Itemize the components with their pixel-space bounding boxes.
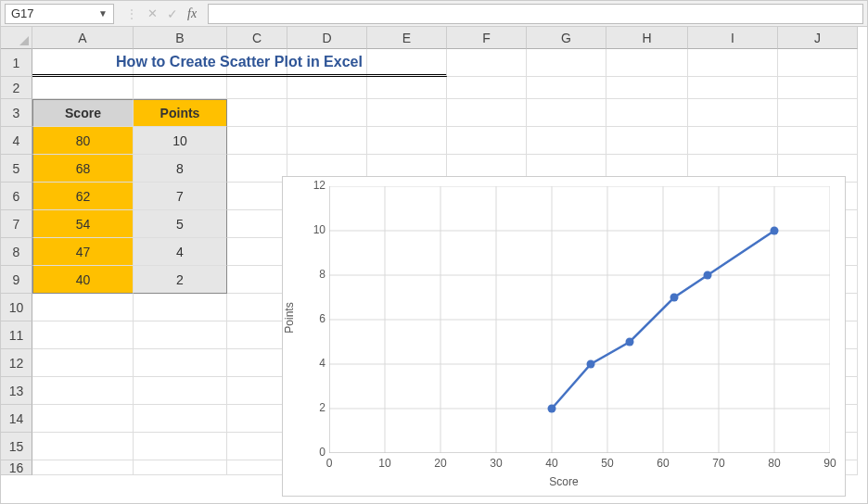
cell-D4[interactable]	[287, 127, 367, 155]
cell-B10[interactable]	[134, 294, 227, 321]
cell-I4[interactable]	[688, 127, 778, 155]
table-row-1-points[interactable]: 8	[134, 155, 227, 183]
cell-C11[interactable]	[227, 321, 287, 349]
cell-B2[interactable]	[134, 77, 227, 99]
cell-G2[interactable]	[527, 77, 606, 99]
cell-F3[interactable]	[447, 99, 527, 127]
column-header-G[interactable]: G	[527, 27, 606, 49]
cell-H2[interactable]	[606, 77, 688, 99]
column-header-J[interactable]: J	[778, 27, 858, 49]
scatter-chart[interactable]: Points Score 010203040506070809002468101…	[282, 176, 846, 497]
cell-F1[interactable]	[447, 49, 527, 77]
column-header-I[interactable]: I	[688, 27, 778, 49]
table-row-4-score[interactable]: 47	[32, 238, 134, 266]
cell-H1[interactable]	[606, 49, 688, 77]
table-row-2-points[interactable]: 7	[134, 183, 227, 210]
column-header-C[interactable]: C	[227, 27, 287, 49]
fx-icon[interactable]: fx	[187, 6, 197, 21]
chevron-down-icon[interactable]: ▼	[98, 8, 108, 19]
cell-E4[interactable]	[367, 127, 447, 155]
cell-J3[interactable]	[778, 99, 858, 127]
cell-C4[interactable]	[227, 127, 287, 155]
cell-A16[interactable]	[32, 460, 134, 475]
cell-C14[interactable]	[227, 405, 287, 433]
cell-C2[interactable]	[227, 77, 287, 99]
row-header-13[interactable]: 13	[1, 377, 32, 405]
row-header-14[interactable]: 14	[1, 405, 32, 433]
table-header-score[interactable]: Score	[32, 99, 134, 127]
column-header-A[interactable]: A	[32, 27, 134, 49]
cell-I3[interactable]	[688, 99, 778, 127]
column-header-D[interactable]: D	[287, 27, 367, 49]
column-header-F[interactable]: F	[447, 27, 527, 49]
table-row-5-score[interactable]: 40	[32, 266, 134, 294]
cell-J4[interactable]	[778, 127, 858, 155]
row-header-5[interactable]: 5	[1, 155, 32, 183]
cell-G3[interactable]	[527, 99, 606, 127]
row-header-12[interactable]: 12	[1, 349, 32, 377]
cell-G1[interactable]	[527, 49, 606, 77]
table-row-2-score[interactable]: 62	[32, 183, 134, 210]
cell-E2[interactable]	[367, 77, 447, 99]
row-header-11[interactable]: 11	[1, 321, 32, 349]
row-header-7[interactable]: 7	[1, 210, 32, 238]
table-header-points[interactable]: Points	[134, 99, 227, 127]
cell-A10[interactable]	[32, 294, 134, 321]
row-header-15[interactable]: 15	[1, 433, 32, 460]
cell-I2[interactable]	[688, 77, 778, 99]
cell-C8[interactable]	[227, 238, 287, 266]
table-row-5-points[interactable]: 2	[134, 266, 227, 294]
cell-B16[interactable]	[134, 460, 227, 475]
cell-C3[interactable]	[227, 99, 287, 127]
table-row-0-points[interactable]: 10	[134, 127, 227, 155]
table-row-3-points[interactable]: 5	[134, 210, 227, 238]
cell-D2[interactable]	[287, 77, 367, 99]
cell-H4[interactable]	[606, 127, 688, 155]
cell-C16[interactable]	[227, 460, 287, 475]
cell-C12[interactable]	[227, 349, 287, 377]
cell-C5[interactable]	[227, 155, 287, 183]
row-header-16[interactable]: 16	[1, 460, 32, 475]
cell-A12[interactable]	[32, 349, 134, 377]
cell-F2[interactable]	[447, 77, 527, 99]
select-all-corner[interactable]	[1, 27, 32, 49]
cell-J1[interactable]	[778, 49, 858, 77]
cell-B13[interactable]	[134, 377, 227, 405]
table-row-4-points[interactable]: 4	[134, 238, 227, 266]
formula-input[interactable]	[208, 4, 863, 24]
cell-A13[interactable]	[32, 377, 134, 405]
table-row-0-score[interactable]: 80	[32, 127, 134, 155]
cell-A15[interactable]	[32, 433, 134, 460]
cell-A2[interactable]	[32, 77, 134, 99]
row-header-2[interactable]: 2	[1, 77, 32, 99]
cell-H3[interactable]	[606, 99, 688, 127]
name-box[interactable]: G17 ▼	[5, 4, 114, 24]
column-header-B[interactable]: B	[134, 27, 227, 49]
cell-B12[interactable]	[134, 349, 227, 377]
cell-C13[interactable]	[227, 377, 287, 405]
cell-J2[interactable]	[778, 77, 858, 99]
cell-C9[interactable]	[227, 266, 287, 294]
row-header-10[interactable]: 10	[1, 294, 32, 321]
cell-G4[interactable]	[527, 127, 606, 155]
row-header-8[interactable]: 8	[1, 238, 32, 266]
cell-D3[interactable]	[287, 99, 367, 127]
title-cell[interactable]: How to Create Scatter Plot in Excel	[32, 49, 447, 77]
cell-C10[interactable]	[227, 294, 287, 321]
cell-B14[interactable]	[134, 405, 227, 433]
row-header-4[interactable]: 4	[1, 127, 32, 155]
cell-B11[interactable]	[134, 321, 227, 349]
cell-I1[interactable]	[688, 49, 778, 77]
row-header-3[interactable]: 3	[1, 99, 32, 127]
row-header-1[interactable]: 1	[1, 49, 32, 77]
cell-C15[interactable]	[227, 433, 287, 460]
cell-A11[interactable]	[32, 321, 134, 349]
column-header-H[interactable]: H	[606, 27, 688, 49]
cell-E3[interactable]	[367, 99, 447, 127]
cell-B15[interactable]	[134, 433, 227, 460]
row-header-6[interactable]: 6	[1, 183, 32, 210]
cell-C6[interactable]	[227, 183, 287, 210]
column-header-E[interactable]: E	[367, 27, 447, 49]
cell-F4[interactable]	[447, 127, 527, 155]
cell-A14[interactable]	[32, 405, 134, 433]
